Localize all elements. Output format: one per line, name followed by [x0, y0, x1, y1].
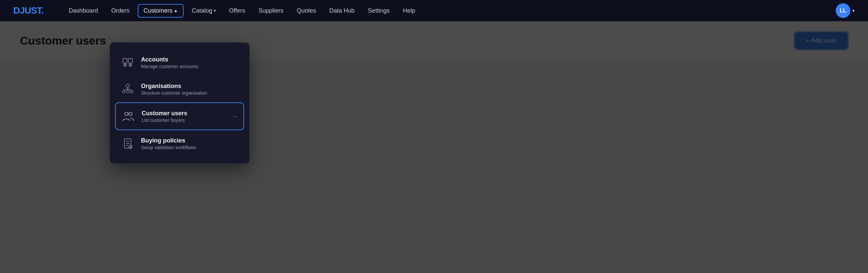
- organisations-text: Organisations Structure customer organis…: [141, 83, 239, 96]
- svg-point-8: [126, 90, 129, 93]
- buying-policies-icon: [120, 136, 135, 151]
- avatar[interactable]: LL: [836, 3, 850, 18]
- nav-catalog-label: Catalog: [191, 7, 212, 14]
- organisations-title: Organisations: [141, 83, 239, 90]
- svg-point-13: [125, 112, 128, 115]
- svg-point-6: [126, 84, 129, 87]
- svg-point-14: [129, 112, 132, 115]
- customer-users-arrow-icon: →: [231, 112, 238, 120]
- svg-point-19: [129, 145, 132, 148]
- customer-users-title: Customer users: [142, 110, 225, 117]
- svg-rect-5: [130, 64, 131, 66]
- accounts-icon: [120, 55, 135, 70]
- organisations-icon: [120, 82, 135, 96]
- nav-customers[interactable]: Customers ▲: [138, 4, 184, 18]
- dropdown-item-accounts[interactable]: Accounts Manage customer accounts: [115, 49, 244, 76]
- avatar-caret-icon: ▾: [852, 8, 855, 13]
- svg-rect-1: [128, 59, 132, 63]
- organisations-subtitle: Structure customer organisation: [141, 90, 239, 96]
- svg-point-7: [122, 90, 125, 93]
- nav-offers[interactable]: Offers: [224, 5, 251, 17]
- nav-dashboard[interactable]: Dashboard: [63, 5, 103, 17]
- page-content: Customer users + Add user Acc: [0, 21, 868, 273]
- logo[interactable]: DJUST.: [13, 5, 43, 16]
- accounts-text: Accounts Manage customer accounts: [141, 56, 239, 69]
- dropdown-item-customer-users[interactable]: Customer users List customer buyers →: [115, 102, 244, 130]
- svg-rect-0: [123, 59, 127, 63]
- nav-settings[interactable]: Settings: [363, 5, 395, 17]
- svg-line-12: [128, 89, 132, 90]
- nav-catalog-caret-icon: ▾: [214, 8, 216, 13]
- svg-line-11: [124, 89, 128, 90]
- buying-policies-title: Buying policies: [141, 137, 239, 144]
- buying-policies-text: Buying policies Setup validation workflo…: [141, 137, 239, 150]
- svg-point-9: [130, 90, 133, 93]
- nav-suppliers[interactable]: Suppliers: [253, 5, 289, 17]
- avatar-wrapper[interactable]: LL ▾: [836, 3, 855, 18]
- nav-orders[interactable]: Orders: [106, 5, 135, 17]
- nav-quotes[interactable]: Quotes: [291, 5, 321, 17]
- customer-users-text: Customer users List customer buyers: [142, 110, 225, 123]
- nav-customers-label: Customers: [144, 7, 173, 14]
- navbar: DJUST. Dashboard Orders Customers ▲ Cata…: [0, 0, 868, 21]
- dropdown-item-organisations[interactable]: Organisations Structure customer organis…: [115, 76, 244, 102]
- accounts-title: Accounts: [141, 56, 239, 63]
- svg-rect-4: [124, 64, 126, 66]
- logo-dot: .: [41, 5, 43, 15]
- nav-catalog[interactable]: Catalog ▾: [186, 5, 221, 17]
- dropdown-item-buying-policies[interactable]: Buying policies Setup validation workflo…: [115, 130, 244, 157]
- logo-text: DJUST: [13, 5, 41, 15]
- customer-users-subtitle: List customer buyers: [142, 117, 225, 123]
- nav-links: Dashboard Orders Customers ▲ Catalog ▾ O…: [63, 4, 836, 18]
- nav-data-hub[interactable]: Data Hub: [324, 5, 360, 17]
- nav-help[interactable]: Help: [397, 5, 421, 17]
- nav-customers-caret-icon: ▲: [174, 8, 178, 13]
- accounts-subtitle: Manage customer accounts: [141, 64, 239, 69]
- customer-users-icon: [121, 109, 136, 124]
- customers-dropdown: Accounts Manage customer accounts: [110, 42, 249, 163]
- buying-policies-subtitle: Setup validation workflows: [141, 145, 239, 150]
